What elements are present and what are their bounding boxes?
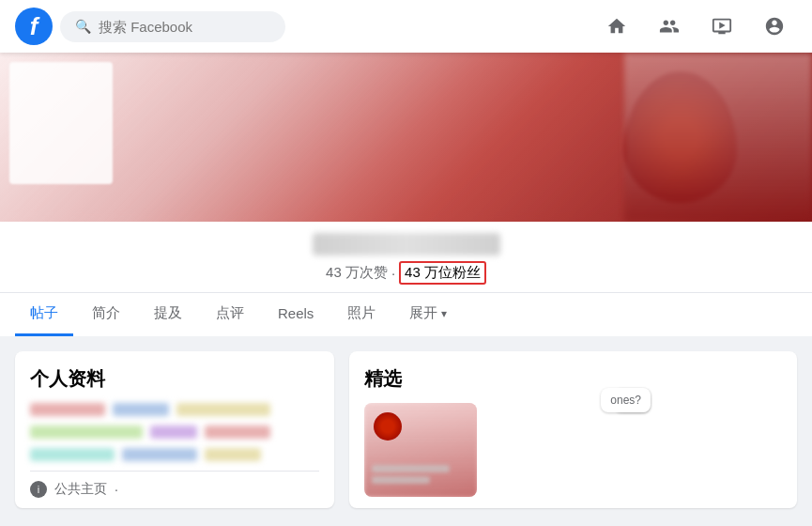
- tab-expand-label: 展开: [409, 304, 437, 322]
- home-nav-button[interactable]: [594, 4, 639, 49]
- chevron-down-icon: ▾: [441, 307, 447, 320]
- highlights-section-title: 精选: [364, 366, 782, 392]
- likes-count: 43 万次赞: [326, 264, 388, 282]
- public-page-row: i 公共主页 ·: [30, 481, 319, 498]
- info-blur-f: [205, 425, 270, 439]
- highlight-card[interactable]: [364, 403, 477, 497]
- public-page-dot: ·: [115, 482, 118, 497]
- blurred-info-block-3: [30, 448, 319, 461]
- search-bar[interactable]: 🔍: [60, 11, 285, 42]
- watch-nav-button[interactable]: [699, 4, 744, 49]
- info-blur-d: [30, 425, 143, 439]
- info-blur-h: [122, 448, 197, 461]
- facebook-logo[interactable]: f: [15, 8, 53, 45]
- text-line-1: [372, 465, 450, 472]
- text-line-2: [372, 476, 430, 484]
- account-icon: [764, 16, 785, 37]
- info-blur-e: [150, 425, 197, 439]
- divider: [30, 471, 319, 472]
- public-page-label: 公共主页: [54, 481, 107, 498]
- nav-icons: [594, 4, 797, 49]
- cover-image: [0, 53, 812, 222]
- search-input[interactable]: [99, 19, 270, 35]
- profile-section-title: 个人资料: [30, 366, 319, 392]
- info-blur-i: [205, 448, 261, 461]
- stats-row: 43 万次赞 · 43 万位粉丝: [326, 261, 486, 285]
- cover-decoration2: [624, 53, 812, 222]
- highlight-text-lines: [372, 465, 469, 487]
- info-blur-a: [30, 403, 105, 416]
- tab-mentions[interactable]: 提及: [139, 293, 197, 336]
- highlight-card-container: ct g ones?: [364, 403, 782, 497]
- cover-white-box: [9, 62, 113, 184]
- friends-nav-button[interactable]: [647, 4, 692, 49]
- tab-reviews[interactable]: 点评: [201, 293, 259, 336]
- friends-icon: [659, 16, 680, 37]
- tab-about[interactable]: 简介: [77, 293, 135, 336]
- home-icon: [606, 16, 627, 37]
- info-circle-icon: i: [30, 481, 47, 498]
- blurred-info-block-1: [30, 403, 319, 416]
- info-blur-c: [176, 403, 270, 416]
- tab-expand[interactable]: 展开 ▾: [394, 293, 462, 336]
- account-nav-button[interactable]: [752, 4, 797, 49]
- left-column: 个人资料 i 公共主页 ·: [15, 351, 334, 508]
- watch-icon: [712, 16, 732, 37]
- chat-bubble-2: ones?: [601, 388, 651, 412]
- profile-tabs: 帖子 简介 提及 点评 Reels 照片 展开 ▾: [0, 292, 812, 336]
- info-blur-b: [113, 403, 169, 416]
- cover-area: 43 万次赞 · 43 万位粉丝 帖子 简介 提及 点评 Reels 照片 展开…: [0, 53, 812, 336]
- blurred-info-block-2: [30, 425, 319, 439]
- info-blur-g: [30, 448, 115, 461]
- tab-reels[interactable]: Reels: [263, 294, 329, 335]
- right-column: 精选 ct g ones?: [349, 351, 797, 508]
- profile-name-blur: [313, 233, 500, 255]
- top-navigation: f 🔍: [0, 0, 812, 53]
- highlight-red-dot: [374, 412, 402, 441]
- search-icon: 🔍: [75, 19, 91, 34]
- profile-info-area: 43 万次赞 · 43 万位粉丝: [0, 222, 812, 285]
- followers-count: 43 万位粉丝: [399, 261, 486, 285]
- main-content: 个人资料 i 公共主页 · 精选: [0, 336, 812, 523]
- tab-photos[interactable]: 照片: [332, 293, 391, 336]
- fb-logo-letter: f: [30, 12, 38, 41]
- separator-dot: ·: [391, 265, 395, 281]
- tab-posts[interactable]: 帖子: [15, 293, 73, 336]
